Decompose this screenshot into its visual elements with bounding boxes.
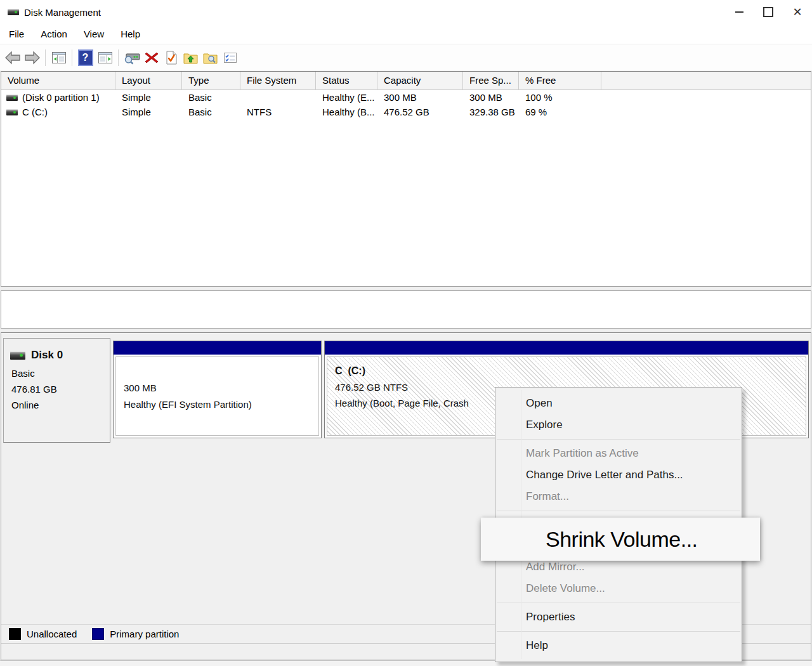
menu-file[interactable]: File	[9, 29, 24, 39]
close-icon: ✕	[792, 6, 802, 18]
volume-name: (Disk 0 partition 1)	[22, 92, 100, 103]
menu-separator	[497, 511, 740, 511]
menu-item-properties[interactable]: Properties	[495, 606, 742, 628]
cell-pct-free: 69 %	[519, 107, 601, 117]
change-drive-letter-icon	[183, 51, 199, 65]
menu-item-open[interactable]: Open	[495, 393, 742, 414]
delete-volume-button[interactable]	[141, 48, 161, 67]
cell-file-system: NTFS	[240, 107, 316, 117]
cell-capacity: 476.52 GB	[377, 107, 463, 117]
cell-status: Healthy (E...	[316, 92, 377, 103]
rescan-disks-button[interactable]	[122, 48, 141, 67]
menu-separator	[497, 631, 740, 632]
delete-volume-icon	[144, 51, 159, 65]
maximize-icon	[763, 7, 773, 17]
disk-status: Online	[4, 397, 110, 413]
cell-status: Healthy (B...	[316, 107, 377, 117]
menu-item-format: Format...	[495, 486, 742, 507]
disk0-header-panel[interactable]: Disk 0 Basic 476.81 GB Online	[3, 338, 110, 443]
volume-list-pane: Volume Layout Type File System Status Ca…	[1, 71, 811, 287]
menu-item-delete-volume: Delete Volume...	[495, 578, 742, 599]
toolbar-separator	[45, 49, 46, 66]
primary-partition-color-bar	[325, 341, 808, 355]
column-header-type[interactable]: Type	[182, 72, 240, 89]
menu-action[interactable]: Action	[41, 29, 67, 39]
legend-label-unallocated: Unallocated	[27, 629, 77, 639]
menu-view[interactable]: View	[84, 29, 104, 39]
partition-size-line: 300 MB	[124, 380, 318, 396]
change-drive-letter-button[interactable]	[181, 48, 200, 67]
show-action-pane-icon	[98, 51, 113, 65]
menu-separator	[497, 603, 740, 603]
column-header-pct-free[interactable]: % Free	[519, 72, 601, 89]
help-icon: ?	[78, 49, 93, 66]
disk-name: Disk 0	[31, 349, 63, 362]
menu-item-mark-partition-active: Mark Partition as Active	[495, 443, 742, 464]
volume-name: C (C:)	[22, 107, 48, 117]
column-header-capacity[interactable]: Capacity	[377, 72, 463, 89]
maximize-button[interactable]	[754, 0, 783, 24]
column-header-free-space[interactable]: Free Sp...	[463, 72, 519, 89]
menu-help[interactable]: Help	[121, 29, 140, 39]
explore-icon	[202, 51, 218, 65]
explore-button[interactable]	[200, 48, 220, 67]
close-button[interactable]: ✕	[783, 0, 812, 24]
rescan-disks-icon	[124, 51, 140, 65]
cell-free-space: 329.38 GB	[463, 107, 519, 117]
table-row-c-drive[interactable]: C (C:) Simple Basic NTFS Healthy (B... 4…	[1, 105, 811, 119]
properties-button[interactable]	[220, 48, 240, 67]
show-console-tree-icon	[51, 51, 67, 65]
volume-drive-icon	[6, 95, 18, 101]
column-header-file-system[interactable]: File System	[240, 72, 316, 89]
mark-partition-active-icon	[164, 50, 178, 65]
window-title: Disk Management	[24, 7, 101, 18]
show-console-tree-button[interactable]	[49, 48, 69, 67]
cell-capacity: 300 MB	[377, 92, 463, 103]
shrink-volume-zoom-callout[interactable]: Shrink Volume...	[481, 518, 760, 561]
minimize-button[interactable]	[724, 0, 754, 24]
back-icon	[5, 51, 20, 65]
toolbar-separator	[72, 49, 72, 66]
cell-layout: Simple	[115, 107, 182, 117]
cell-layout: Simple	[115, 92, 182, 103]
column-header-layout[interactable]: Layout	[115, 72, 182, 89]
volume-list-header: Volume Layout Type File System Status Ca…	[1, 72, 811, 90]
disk-drive-icon	[10, 351, 25, 360]
unallocated-swatch-icon	[9, 628, 21, 640]
primary-partition-color-bar	[114, 341, 321, 355]
volume-drive-icon	[6, 109, 18, 115]
partition-block-efi[interactable]: 300 MB Healthy (EFI System Partition)	[113, 341, 322, 438]
primary-partition-swatch-icon	[92, 628, 104, 640]
back-button[interactable]	[3, 48, 22, 67]
disk-size: 476.81 GB	[4, 381, 110, 397]
mark-partition-active-button[interactable]	[161, 48, 181, 67]
minimize-icon	[735, 11, 743, 13]
titlebar: Disk Management ✕	[0, 0, 812, 24]
toolbar-separator	[118, 49, 119, 66]
cell-type: Basic	[182, 92, 240, 103]
menu-item-shrink-volume[interactable]: Shrink Volume...	[546, 527, 698, 552]
menubar: File Action View Help	[0, 24, 812, 44]
properties-icon	[223, 51, 238, 65]
disk-type: Basic	[4, 365, 110, 381]
app-disk-icon	[8, 9, 19, 15]
toolbar: ?	[0, 44, 812, 70]
column-header-status[interactable]: Status	[316, 72, 377, 89]
cell-pct-free: 100 %	[519, 92, 601, 103]
column-header-filler	[601, 72, 811, 89]
legend-label-primary-partition: Primary partition	[110, 629, 179, 639]
cell-type: Basic	[182, 107, 240, 117]
forward-button[interactable]	[22, 48, 42, 67]
menu-separator	[497, 439, 740, 440]
menu-item-explore[interactable]: Explore	[495, 414, 742, 436]
partition-status-line: Healthy (EFI System Partition)	[124, 396, 318, 413]
menu-item-change-drive-letter[interactable]: Change Drive Letter and Paths...	[495, 464, 742, 486]
table-row-disk0-partition1[interactable]: (Disk 0 partition 1) Simple Basic Health…	[1, 90, 811, 105]
partition-title: C (C:)	[335, 363, 806, 379]
show-action-pane-button[interactable]	[95, 48, 115, 67]
help-button[interactable]: ?	[75, 48, 95, 67]
menu-item-help[interactable]: Help	[495, 635, 742, 656]
forward-icon	[25, 51, 40, 65]
column-header-volume[interactable]: Volume	[1, 72, 115, 89]
cell-free-space: 300 MB	[463, 92, 519, 103]
